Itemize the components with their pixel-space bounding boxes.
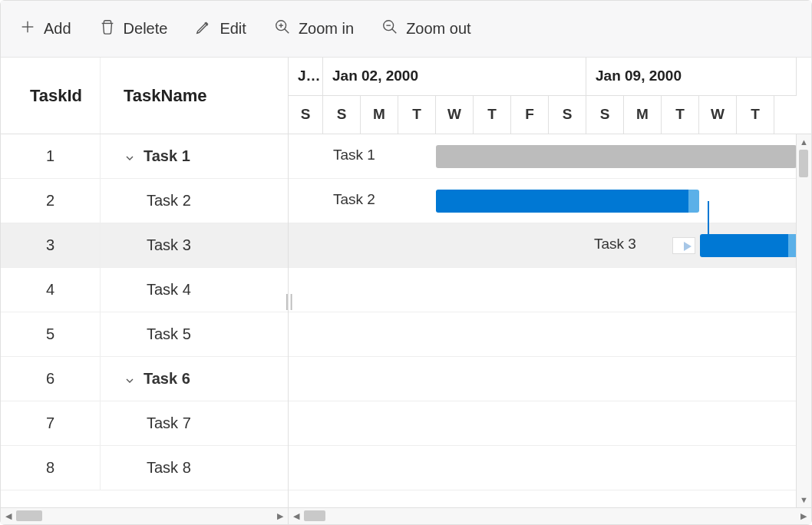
scroll-up-icon[interactable]: ▲ bbox=[797, 134, 811, 150]
gantt-row[interactable] bbox=[289, 401, 811, 446]
delete-button[interactable]: Delete bbox=[99, 18, 168, 39]
pencil-icon bbox=[195, 18, 212, 39]
timeline-header: J…Jan 02, 2000Jan 09, 2000 SSMTWTFSSMTWT bbox=[289, 58, 811, 134]
timeline-day-cell: M bbox=[361, 96, 398, 134]
grid-row[interactable]: 8Task 8 bbox=[1, 446, 288, 490]
zoom-in-button[interactable]: Zoom in bbox=[274, 18, 354, 39]
scroll-track[interactable] bbox=[304, 508, 796, 524]
add-label: Add bbox=[44, 20, 71, 38]
timeline-day-cell: F bbox=[511, 96, 549, 134]
dependency-line bbox=[708, 201, 709, 246]
grid-hscrollbar[interactable]: ◀ ▶ bbox=[1, 507, 288, 524]
svg-line-7 bbox=[392, 29, 397, 34]
gantt-row[interactable] bbox=[289, 357, 811, 401]
grid-row[interactable]: 6Task 6 bbox=[1, 357, 288, 401]
cell-taskid: 5 bbox=[1, 312, 101, 356]
timeline-day-cell: T bbox=[474, 96, 511, 134]
cell-taskid: 4 bbox=[1, 268, 101, 312]
taskname-text: Task 4 bbox=[147, 281, 191, 299]
timeline-day-cell: S bbox=[586, 96, 624, 134]
cell-taskname: Task 5 bbox=[101, 325, 288, 343]
splitter-handle[interactable]: || bbox=[285, 291, 293, 311]
grid-row[interactable]: 1Task 1 bbox=[1, 134, 288, 179]
cell-taskname: Task 6 bbox=[101, 370, 288, 388]
cell-taskname: Task 3 bbox=[101, 236, 288, 254]
edit-label: Edit bbox=[220, 20, 246, 38]
timeline-day-cell: S bbox=[323, 96, 361, 134]
timeline-day-cell: M bbox=[624, 96, 662, 134]
zoom-out-label: Zoom out bbox=[406, 20, 470, 38]
cell-taskname: Task 8 bbox=[101, 459, 288, 477]
grid-row[interactable]: 7Task 7 bbox=[1, 401, 288, 446]
cell-taskid: 6 bbox=[1, 357, 101, 401]
cell-taskid: 3 bbox=[1, 223, 101, 267]
scroll-thumb[interactable] bbox=[16, 510, 42, 521]
task-grid: TaskId TaskName 1Task 12Task 23Task 34Ta… bbox=[1, 58, 289, 524]
taskname-text: Task 6 bbox=[144, 370, 190, 388]
scroll-left-icon[interactable]: ◀ bbox=[1, 508, 16, 524]
bar-label: Task 1 bbox=[333, 147, 375, 163]
gantt-vscrollbar[interactable]: ▲ ▼ bbox=[796, 134, 811, 507]
col-header-taskname[interactable]: TaskName bbox=[101, 58, 288, 134]
grid-row[interactable]: 4Task 4 bbox=[1, 268, 288, 312]
chevron-down-icon[interactable] bbox=[124, 150, 136, 163]
gantt-row[interactable] bbox=[289, 312, 811, 357]
taskname-text: Task 3 bbox=[147, 236, 191, 254]
cell-taskname: Task 4 bbox=[101, 281, 288, 299]
plus-icon bbox=[19, 18, 36, 39]
taskname-text: Task 5 bbox=[147, 325, 191, 343]
zoom-out-button[interactable]: Zoom out bbox=[381, 18, 470, 39]
scroll-left-icon[interactable]: ◀ bbox=[289, 508, 304, 524]
cell-taskid: 8 bbox=[1, 446, 101, 490]
zoom-out-icon bbox=[381, 18, 398, 39]
task-bar[interactable] bbox=[700, 234, 797, 257]
gantt-row[interactable] bbox=[289, 268, 811, 312]
gantt-hscrollbar[interactable]: ◀ ▶ bbox=[289, 507, 811, 524]
taskname-text: Task 7 bbox=[147, 414, 191, 432]
col-header-taskid[interactable]: TaskId bbox=[1, 58, 101, 134]
task-bar[interactable] bbox=[436, 190, 697, 213]
delete-label: Delete bbox=[124, 20, 168, 38]
scroll-right-icon[interactable]: ▶ bbox=[272, 508, 288, 524]
timeline-day-cell: T bbox=[737, 96, 774, 134]
scroll-track[interactable] bbox=[797, 150, 811, 492]
svg-line-3 bbox=[285, 29, 289, 34]
bar-label: Task 3 bbox=[594, 236, 636, 253]
add-button[interactable]: Add bbox=[19, 18, 71, 39]
gantt-row[interactable]: Task 2 bbox=[289, 179, 811, 223]
timeline-day-cell: S bbox=[289, 96, 323, 134]
grid-header: TaskId TaskName bbox=[1, 58, 288, 134]
scroll-thumb[interactable] bbox=[799, 150, 808, 177]
main-split: || TaskId TaskName 1Task 12Task 23Task 3… bbox=[1, 58, 811, 524]
timeline-week-cell: Jan 02, 2000 bbox=[323, 58, 586, 96]
timeline-weeks-row: J…Jan 02, 2000Jan 09, 2000 bbox=[289, 58, 811, 96]
timeline-days-row: SSMTWTFSSMTWT bbox=[289, 96, 811, 134]
gantt-row[interactable]: Task 3 bbox=[289, 223, 811, 268]
grid-row[interactable]: 5Task 5 bbox=[1, 312, 288, 357]
gantt-row[interactable]: Task 1 bbox=[289, 134, 811, 179]
timeline-day-cell: T bbox=[662, 96, 699, 134]
cell-taskid: 2 bbox=[1, 179, 101, 223]
summary-bar[interactable] bbox=[436, 145, 797, 168]
edit-button[interactable]: Edit bbox=[195, 18, 246, 39]
cell-taskname: Task 7 bbox=[101, 414, 288, 432]
grid-row[interactable]: 3Task 3 bbox=[1, 223, 288, 268]
timeline-week-cell: Jan 09, 2000 bbox=[586, 58, 797, 96]
scroll-thumb[interactable] bbox=[304, 510, 325, 521]
timeline-day-cell: S bbox=[549, 96, 586, 134]
gantt-chart: J…Jan 02, 2000Jan 09, 2000 SSMTWTFSSMTWT… bbox=[289, 58, 811, 524]
scroll-track[interactable] bbox=[16, 508, 272, 524]
taskname-text: Task 1 bbox=[144, 147, 190, 165]
toolbar: Add Delete Edit Zoom in Zoom out bbox=[1, 1, 811, 58]
grid-row[interactable]: 2Task 2 bbox=[1, 179, 288, 223]
taskname-text: Task 8 bbox=[147, 459, 191, 477]
gantt-body[interactable]: Task 1Task 2Task 3 bbox=[289, 134, 811, 507]
scroll-down-icon[interactable]: ▼ bbox=[797, 492, 811, 507]
bar-label: Task 2 bbox=[333, 191, 375, 208]
chevron-down-icon[interactable] bbox=[124, 373, 136, 385]
timeline-day-cell: W bbox=[436, 96, 474, 134]
scroll-right-icon[interactable]: ▶ bbox=[796, 508, 811, 524]
zoom-in-label: Zoom in bbox=[299, 20, 354, 38]
timeline-day-cell: W bbox=[699, 96, 737, 134]
gantt-row[interactable] bbox=[289, 446, 811, 490]
